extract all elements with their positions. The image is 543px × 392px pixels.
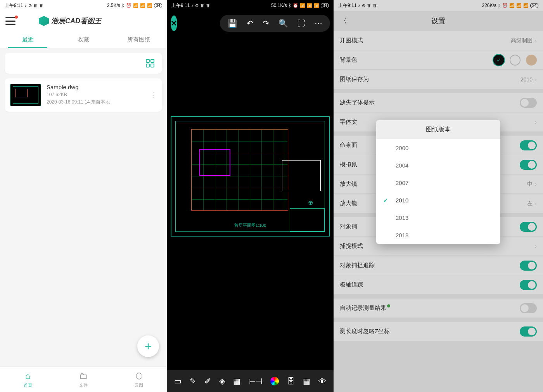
floor-plan — [191, 129, 288, 211]
file-size: 107.62KB — [47, 92, 144, 97]
battery-indicator: 34 — [321, 3, 329, 8]
screen-file-browser: 上午9:11 ♪ ⊘ 🗑 🗑 2.5K/s ᛒ ⏰ 📶 📶 📶 34 浩辰CAD… — [0, 0, 167, 392]
clock: 上午9:11 — [5, 2, 23, 9]
dialog-title: 图纸版本 — [376, 120, 500, 139]
comment-icon[interactable]: ▭ — [174, 376, 182, 386]
room-outline — [199, 149, 230, 176]
ruler-icon[interactable]: ⊢⊣ — [249, 376, 262, 386]
file-more-button[interactable]: ⋮ — [150, 91, 157, 99]
option-2000[interactable]: 2000 — [376, 139, 500, 157]
add-fab[interactable]: + — [137, 335, 159, 357]
signal-icon: 📶 — [307, 3, 312, 8]
tiktok-icon: ♪ — [191, 3, 194, 8]
wifi-icon: 📶 — [147, 3, 152, 8]
file-name: Sample.dwg — [47, 84, 144, 90]
view-grid-icon[interactable] — [146, 59, 154, 67]
check-icon: ✓ — [383, 197, 388, 204]
option-2013[interactable]: 2013 — [376, 209, 500, 226]
tab-favorites[interactable]: 收藏 — [55, 31, 111, 48]
file-thumbnail — [10, 84, 41, 106]
nav-cloud[interactable]: ⬡ 云图 — [111, 367, 167, 392]
app-title: 浩辰CAD看图王 — [51, 16, 101, 26]
statusbar: 上午9:11 ♪ ⊘ 🗑 🗑 2.5K/s ᛒ ⏰ 📶 📶 📶 34 — [0, 0, 167, 11]
toolbox-icon[interactable]: 🗄 — [287, 377, 295, 386]
signal-icon: 📶 — [140, 3, 145, 8]
bottom-nav: ⌂ 首页 🗀 文件 ⬡ 云图 — [0, 366, 167, 392]
home-icon: ⌂ — [25, 371, 30, 381]
clock: 上午9:11 — [171, 2, 190, 9]
menu-button[interactable] — [5, 17, 16, 25]
tiktok-icon: ♪ — [24, 3, 27, 8]
app-header: 浩辰CAD看图王 — [0, 11, 167, 31]
tab-recent[interactable]: 最近 — [0, 31, 55, 48]
option-2007[interactable]: 2007 — [376, 174, 500, 192]
pencil-icon[interactable]: ✎ — [190, 376, 196, 386]
folder-icon: 🗀 — [79, 371, 88, 381]
alarm-icon: ⏰ — [293, 3, 298, 8]
wifi-icon: 📶 — [314, 3, 319, 8]
net-speed: 2.5K/s — [107, 3, 120, 8]
file-info: Sample.dwg 107.62KB 2020-03-16 09:11:14 … — [47, 84, 144, 106]
signal-icon: 📶 — [300, 3, 305, 8]
bottom-toolbar: ▭ ✎ ✐ ◈ ▦ ⊢⊣ 🗄 ▦ 👁 — [167, 370, 334, 392]
trash-icon: 🗑 — [200, 3, 204, 8]
save-icon[interactable]: 💾 — [228, 19, 237, 28]
trash-icon: 🗑 — [39, 3, 43, 8]
title-block — [290, 208, 325, 231]
version-dialog: 图纸版本 2000 2004 2007 ✓2010 2013 2018 — [376, 120, 500, 244]
fullscreen-icon[interactable]: ⛶ — [297, 19, 305, 28]
screen-settings: 上午9:11 ♪ ⊘ 🗑 🗑 226K/s ᛒ ⏰ 📶 📶 📶 34 〈 设置 … — [334, 0, 543, 392]
color-wheel-icon[interactable] — [270, 377, 279, 385]
app-logo-icon — [39, 16, 49, 26]
zoom-icon[interactable]: 🔍 — [278, 19, 288, 28]
nav-files[interactable]: 🗀 文件 — [55, 367, 111, 392]
view-icon[interactable]: 👁 — [318, 377, 326, 386]
tab-all-drawings[interactable]: 所有图纸 — [111, 31, 167, 48]
top-toolbar: ✕ 💾 ↶ ↷ 🔍 ⛶ ⋯ — [167, 11, 334, 36]
more-icon[interactable]: ⋯ — [315, 19, 322, 28]
action-toolbar: 💾 ↶ ↷ 🔍 ⛶ ⋯ — [220, 15, 330, 32]
drawing-caption: 首层平面图1:100 — [234, 223, 266, 228]
layers-icon[interactable]: ◈ — [219, 376, 225, 386]
block-icon: ⊘ — [28, 3, 32, 8]
close-button[interactable]: ✕ — [171, 16, 177, 31]
option-2004[interactable]: 2004 — [376, 157, 500, 174]
file-item[interactable]: Sample.dwg 107.62KB 2020-03-16 09:11:14 … — [5, 78, 162, 112]
file-tabs: 最近 收藏 所有图纸 — [0, 31, 167, 48]
bluetooth-icon: ᛒ — [289, 3, 291, 8]
redo-icon[interactable]: ↷ — [263, 19, 269, 28]
grid-icon[interactable]: ▦ — [303, 376, 310, 386]
edit-icon[interactable]: ✐ — [204, 376, 211, 386]
cloud-icon: ⬡ — [135, 371, 143, 381]
screen-cad-viewer: 上午9:11 ♪ ⊘ 🗑 🗑 50.1K/s ᛒ ⏰ 📶 📶 📶 34 ✕ 💾 … — [167, 0, 334, 392]
search-bar[interactable] — [5, 53, 162, 74]
signal-icon: 📶 — [133, 3, 138, 8]
battery-indicator: 34 — [154, 3, 162, 8]
drawing-frame: ⊕ 首层平面图1:100 — [175, 121, 325, 232]
measure-icon[interactable]: ▦ — [233, 376, 240, 386]
option-2010[interactable]: ✓2010 — [376, 192, 500, 209]
compass-icon: ⊕ — [308, 199, 313, 206]
alarm-icon: ⏰ — [126, 3, 131, 8]
file-meta: 2020-03-16 09:11:14 来自本地 — [47, 99, 144, 105]
trash-icon: 🗑 — [206, 3, 210, 8]
cad-canvas[interactable]: ⊕ 首层平面图1:100 — [171, 116, 330, 237]
option-2018[interactable]: 2018 — [376, 226, 500, 244]
trash-icon: 🗑 — [33, 3, 38, 8]
drawing-table — [282, 160, 321, 191]
bluetooth-icon: ᛒ — [122, 3, 125, 8]
block-icon: ⊘ — [195, 3, 199, 8]
undo-icon[interactable]: ↶ — [247, 19, 253, 28]
nav-home[interactable]: ⌂ 首页 — [0, 367, 55, 392]
statusbar: 上午9:11 ♪ ⊘ 🗑 🗑 50.1K/s ᛒ ⏰ 📶 📶 📶 34 — [167, 0, 334, 11]
net-speed: 50.1K/s — [271, 3, 287, 8]
